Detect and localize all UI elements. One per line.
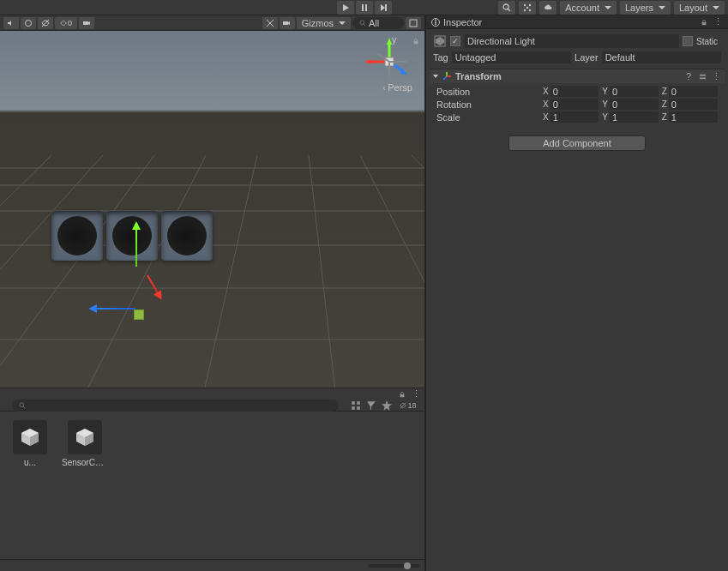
tools-icon[interactable] [262, 17, 278, 29]
step-button[interactable] [375, 1, 392, 15]
rotation-y-input[interactable]: 0 [610, 99, 659, 110]
svg-rect-57 [352, 406, 355, 410]
camera-settings-icon[interactable] [79, 17, 94, 29]
menu-footer-icon[interactable]: ⋮ [411, 389, 421, 400]
layer-dropdown[interactable]: Default [602, 51, 721, 63]
hidden-count[interactable]: 0 [55, 17, 77, 29]
transform-component: Transform ? ⋮ Position X0 Y0 Z0 [430, 69, 725, 125]
svg-marker-60 [382, 400, 392, 411]
scene-viewport[interactable]: y ‹ Persp [0, 31, 424, 388]
position-y-input[interactable]: 0 [610, 86, 659, 97]
filter-type-icon[interactable] [351, 400, 361, 411]
scene-footer: ⋮ [0, 388, 424, 400]
main-toolbar: Account Layers Layout [0, 0, 728, 15]
svg-point-11 [529, 9, 531, 10]
layout-label: Layout [679, 3, 707, 13]
left-panel: 0 Gizmos All [0, 15, 426, 571]
project-search-input[interactable] [12, 400, 339, 412]
fx-toggle-icon[interactable] [21, 17, 36, 29]
playback-controls [337, 1, 392, 15]
static-label: Static [696, 37, 718, 46]
cloud-icon[interactable] [539, 1, 557, 15]
asset-label: SensorConf... [62, 458, 108, 467]
svg-rect-2 [365, 4, 367, 11]
scale-z-input[interactable]: 1 [669, 111, 718, 123]
position-x-input[interactable]: 0 [551, 86, 599, 97]
svg-rect-52 [400, 394, 405, 397]
maximize-icon[interactable] [406, 17, 421, 29]
inspector-menu-icon[interactable]: ⋮ [713, 17, 723, 27]
help-icon[interactable]: ? [683, 71, 694, 81]
active-checkbox[interactable] [450, 36, 460, 46]
position-z-input[interactable]: 0 [669, 86, 718, 97]
audio-toggle-icon[interactable] [3, 17, 19, 29]
preset-icon[interactable] [697, 71, 707, 81]
svg-line-37 [309, 155, 343, 388]
play-button[interactable] [337, 1, 354, 15]
svg-point-70 [435, 19, 436, 21]
scene-search-input[interactable]: All [352, 17, 404, 29]
layout-dropdown[interactable]: Layout [674, 1, 725, 15]
inspector-panel: Inspector ⋮ Directional Light Static Tag… [426, 15, 728, 571]
search-icon[interactable] [498, 1, 515, 15]
component-menu-icon[interactable]: ⋮ [711, 71, 721, 81]
svg-line-33 [0, 155, 103, 388]
filter-label-icon[interactable] [366, 400, 376, 411]
transform-icon [442, 71, 452, 81]
svg-line-76 [443, 76, 447, 80]
add-component-button[interactable]: Add Component [508, 135, 646, 151]
svg-rect-55 [352, 401, 355, 405]
collab-icon[interactable] [519, 1, 536, 15]
svg-rect-51 [414, 41, 418, 44]
gizmos-dropdown[interactable]: Gizmos [297, 17, 351, 29]
account-dropdown[interactable]: Account [560, 1, 617, 15]
search-placeholder: All [369, 18, 379, 28]
scene-vis-icon[interactable] [38, 17, 53, 29]
projection-label[interactable]: ‹ Persp [382, 82, 412, 93]
camera-icon[interactable] [280, 17, 295, 29]
transform-gizmo[interactable] [135, 267, 136, 267]
layer-label: Layer [575, 52, 599, 63]
lock-footer-icon[interactable] [397, 389, 407, 400]
pause-button[interactable] [356, 1, 373, 15]
thumbnail-size-slider[interactable] [368, 564, 419, 568]
asset-item[interactable]: u... [9, 420, 51, 467]
svg-line-38 [360, 155, 424, 388]
tag-dropdown[interactable]: Untagged [452, 51, 571, 63]
position-label: Position [436, 87, 539, 97]
inspector-tab[interactable]: Inspector ⋮ [426, 15, 728, 29]
transform-title: Transform [455, 71, 680, 81]
scene-toolbar: 0 Gizmos All [0, 15, 424, 31]
inspector-title: Inspector [443, 17, 482, 27]
project-content[interactable]: u... SensorConf... [0, 412, 424, 559]
svg-line-39 [412, 155, 424, 388]
svg-rect-56 [357, 401, 360, 405]
svg-marker-12 [8, 21, 11, 26]
rotation-x-input[interactable]: 0 [551, 99, 599, 110]
hidden-assets-count[interactable]: 18 [397, 400, 419, 411]
svg-rect-1 [362, 4, 364, 11]
lock-inspector-icon[interactable] [699, 17, 709, 27]
svg-rect-71 [702, 22, 707, 25]
svg-marker-59 [367, 401, 376, 410]
svg-point-9 [529, 3, 531, 5]
scale-y-input[interactable]: 1 [610, 111, 659, 123]
project-panel: 18 u... SensorConf... [0, 400, 424, 571]
scale-x-input[interactable]: 1 [551, 111, 599, 123]
svg-marker-16 [88, 21, 90, 25]
asset-item[interactable]: SensorConf... [63, 420, 106, 467]
project-footer [0, 559, 424, 571]
layers-dropdown[interactable]: Layers [620, 1, 671, 15]
svg-rect-78 [699, 77, 705, 79]
object-name-input[interactable]: Directional Light [464, 34, 679, 48]
svg-rect-58 [357, 406, 360, 410]
transform-header[interactable]: Transform ? ⋮ [430, 69, 725, 83]
svg-marker-3 [381, 4, 385, 11]
svg-rect-23 [410, 20, 417, 27]
rotation-z-input[interactable]: 0 [669, 99, 718, 110]
lock-icon[interactable] [411, 36, 421, 46]
static-checkbox[interactable] [683, 36, 693, 46]
svg-rect-77 [699, 74, 705, 75]
favorite-icon[interactable] [382, 400, 392, 411]
layers-label: Layers [625, 3, 653, 13]
